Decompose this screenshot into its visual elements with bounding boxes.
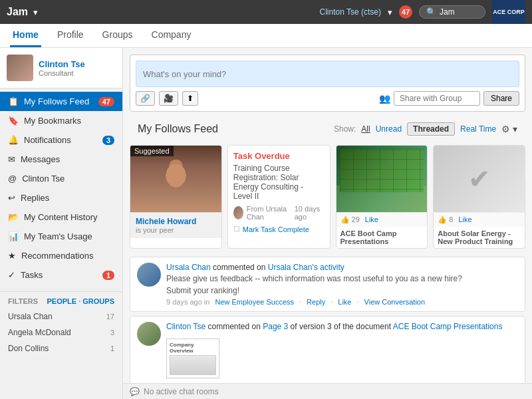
feed-title: My Follows Feed bbox=[138, 123, 218, 135]
share-button[interactable]: Share bbox=[483, 91, 519, 106]
sidebar-item-content-history-left: 📂 My Content History bbox=[8, 212, 98, 222]
brand-dropdown-icon[interactable]: ▾ bbox=[33, 7, 38, 17]
activity-1-meta: 9 days ago in New Employee Success · Rep… bbox=[166, 298, 518, 306]
brand-logo[interactable]: Jam bbox=[7, 6, 28, 18]
filter-don-collins[interactable]: Don Collins 1 bbox=[8, 340, 114, 356]
suggested-sub: is your peer bbox=[136, 226, 216, 234]
show-label: Show: bbox=[334, 124, 356, 134]
user-dropdown-icon[interactable]: ▾ bbox=[388, 7, 392, 17]
video-icon[interactable]: 🎥 bbox=[159, 91, 178, 106]
new-employee-success-link[interactable]: New Employee Success bbox=[215, 298, 294, 306]
sidebar-item-notifications[interactable]: 🔔 Notifications 3 bbox=[0, 130, 122, 150]
view-conversation-link-1[interactable]: View Conversation bbox=[364, 298, 426, 306]
upload-icon[interactable]: ⬆ bbox=[182, 91, 198, 106]
settings-icon[interactable]: ⚙ ▾ bbox=[501, 124, 517, 134]
sidebar-item-team-usage[interactable]: 📊 My Team's Usage bbox=[0, 227, 122, 246]
reply-link-1[interactable]: Reply bbox=[307, 298, 325, 306]
suggested-label: Suggested bbox=[130, 146, 174, 156]
suggested-name[interactable]: Michele Howard bbox=[136, 217, 216, 226]
sidebar-item-recommendations-label: Recommendations bbox=[21, 251, 93, 261]
suggested-card-footer: Michele Howard is your peer bbox=[130, 212, 221, 238]
task-complete-label: Mark Task Complete bbox=[243, 225, 309, 233]
post-box: 🔗 🎥 ⬆ 👥 Share bbox=[130, 55, 525, 112]
sidebar-item-clinton-tse[interactable]: @ Clinton Tse bbox=[0, 169, 122, 188]
filter-don-collins-count: 1 bbox=[110, 344, 114, 352]
nav-company[interactable]: Company bbox=[149, 24, 194, 47]
training-actions: 👍 8 Like bbox=[434, 212, 525, 227]
ursala-chan-link[interactable]: Ursala Chan bbox=[166, 263, 211, 272]
training-card[interactable]: ✔ 👍 8 Like About Solar Energy - New Prod… bbox=[433, 145, 525, 249]
sidebar-item-bookmarks[interactable]: 🔖 My Bookmarks bbox=[0, 111, 122, 130]
clinton-avatar bbox=[137, 322, 161, 346]
sidebar-item-content-history[interactable]: 📂 My Content History bbox=[0, 207, 122, 227]
attach-icon[interactable]: 🔗 bbox=[136, 91, 155, 106]
nav-home[interactable]: Home bbox=[10, 24, 41, 47]
replies-icon: ↩ bbox=[8, 193, 15, 203]
nav-groups[interactable]: Groups bbox=[100, 24, 136, 47]
clinton-tse-link[interactable]: Clinton Tse bbox=[166, 322, 205, 331]
user-info-block: Clinton Tse Consultant bbox=[39, 59, 85, 77]
sidebar-item-bookmarks-label: My Bookmarks bbox=[24, 116, 81, 126]
post-toolbar: 🔗 🎥 ⬆ 👥 Share bbox=[136, 91, 519, 106]
notifications-icon: 🔔 bbox=[8, 135, 19, 145]
task-from: From Ursala Chan 10 days ago bbox=[233, 205, 325, 221]
sidebar-item-bookmarks-left: 🔖 My Bookmarks bbox=[8, 116, 81, 126]
share-with-group-input[interactable] bbox=[394, 91, 480, 106]
post-input[interactable] bbox=[136, 61, 519, 87]
filter-angela-mcdonald-count: 3 bbox=[110, 329, 114, 336]
sidebar-item-recommendations[interactable]: ★ Recommendations bbox=[0, 246, 122, 265]
sidebar: Clinton Tse Consultant 📋 My Follows Feed… bbox=[0, 48, 123, 399]
sidebar-item-notifications-left: 🔔 Notifications bbox=[8, 135, 71, 145]
sidebar-user-title: Consultant bbox=[39, 69, 85, 77]
search-bar[interactable]: 🔍 bbox=[419, 5, 485, 19]
like-link-1[interactable]: Like bbox=[338, 298, 351, 306]
filter-ursala-chan-name: Ursala Chan bbox=[8, 312, 53, 321]
sidebar-item-team-usage-label: My Team's Usage bbox=[24, 231, 92, 241]
follows-feed-icon: 📋 bbox=[8, 96, 19, 106]
people-filter-link[interactable]: People bbox=[47, 297, 77, 305]
filters-title: FILTERS People · Groups bbox=[8, 297, 114, 305]
user-info[interactable]: Clinton Tse (ctse) bbox=[320, 7, 381, 17]
chat-bar: 💬 No active chat rooms bbox=[123, 383, 532, 399]
filters-section: FILTERS People · Groups Ursala Chan 17 A… bbox=[0, 291, 122, 362]
filters-label: FILTERS bbox=[8, 297, 38, 305]
sidebar-item-messages[interactable]: ✉ Messages bbox=[0, 150, 122, 169]
photo-actions: 👍 29 Like bbox=[336, 212, 428, 227]
mark-task-complete[interactable]: ☐ Mark Task Complete bbox=[233, 225, 325, 233]
training-thumb: ✔ bbox=[434, 146, 525, 212]
realtime-button[interactable]: Real Time bbox=[460, 124, 496, 134]
photo-card[interactable]: 👍 29 Like ACE Boot Camp Presentations bbox=[336, 145, 428, 249]
show-all-link[interactable]: All bbox=[361, 124, 370, 134]
sidebar-item-follows-feed[interactable]: 📋 My Follows Feed 47 bbox=[0, 92, 122, 111]
ursala-activity-link[interactable]: Ursala Chan's activity bbox=[268, 263, 344, 272]
page3-link[interactable]: Page 3 bbox=[263, 322, 288, 331]
suggested-card[interactable]: Suggested Michele Howard is your peer bbox=[130, 145, 222, 249]
notification-badge[interactable]: 47 bbox=[399, 5, 412, 19]
training-like-btn[interactable]: Like bbox=[458, 215, 471, 224]
groups-filter-link[interactable]: Groups bbox=[82, 297, 114, 305]
sidebar-item-replies[interactable]: ↩ Replies bbox=[0, 188, 122, 207]
sidebar-user-name[interactable]: Clinton Tse bbox=[39, 59, 85, 69]
ursala-avatar bbox=[137, 263, 161, 287]
photo-like-btn[interactable]: Like bbox=[365, 215, 378, 224]
activity-2-doc-preview: Company Overview bbox=[166, 334, 518, 378]
sidebar-item-replies-label: Replies bbox=[21, 193, 49, 203]
activity-2-title: Clinton Tse commented on Page 3 of versi… bbox=[166, 322, 518, 331]
task-from-text: From Ursala Chan bbox=[247, 205, 291, 221]
filter-angela-mcdonald[interactable]: Angela McDonald 3 bbox=[8, 325, 114, 340]
sidebar-item-tasks[interactable]: ✓ Tasks 1 bbox=[0, 265, 122, 285]
threaded-button[interactable]: Threaded bbox=[407, 122, 455, 136]
task-card[interactable]: Task Overdue Training Course Registratio… bbox=[227, 145, 331, 249]
show-unread-link[interactable]: Unread bbox=[376, 124, 402, 134]
messages-icon: ✉ bbox=[8, 154, 15, 164]
search-input[interactable] bbox=[440, 7, 479, 17]
filter-ursala-chan[interactable]: Ursala Chan 17 bbox=[8, 309, 114, 325]
ace-boot-camp-link[interactable]: ACE Boot Camp Presentations bbox=[393, 322, 503, 331]
activity-1-title: Ursala Chan commented on Ursala Chan's a… bbox=[166, 263, 518, 272]
task-title: Task Overdue bbox=[233, 151, 325, 161]
tasks-icon: ✓ bbox=[8, 270, 15, 280]
activity-1-body1: Please give us feedback -- which informa… bbox=[166, 274, 518, 283]
sidebar-item-recommendations-left: ★ Recommendations bbox=[8, 251, 93, 261]
top-nav-left: Jam ▾ bbox=[7, 6, 38, 18]
nav-profile[interactable]: Profile bbox=[55, 24, 86, 47]
